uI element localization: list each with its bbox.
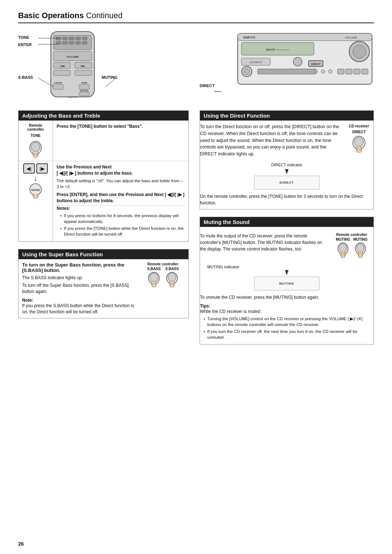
- muting-hand-icon2: [353, 242, 368, 258]
- svg-point-75: [358, 252, 363, 254]
- tips-list: Turning the [VOLUME] control on the CD r…: [200, 316, 373, 340]
- svg-text:|◀◀: |◀◀: [60, 65, 65, 68]
- direct-indicator-label: DIRECT indicator: [271, 163, 302, 167]
- svg-rect-47: [354, 69, 360, 74]
- tip-item-1: Turning the [VOLUME] control on the CD r…: [204, 316, 373, 327]
- svg-text:WHAT ————: WHAT ————: [266, 48, 289, 52]
- direct-body2: On the remote controller, press the [TON…: [200, 193, 373, 206]
- svg-marker-76: [285, 270, 289, 275]
- superbass-body2: To turn off the Super Bass function, pre…: [22, 282, 138, 295]
- superbass-content: To turn on the Super Bass function, pres…: [19, 259, 188, 318]
- direct-annot: DIRECT: [200, 83, 221, 95]
- superbass-section-header: Using the Super Bass Function: [19, 249, 188, 259]
- enter-annot: ENTER: [18, 42, 32, 47]
- svg-rect-8: [62, 41, 68, 44]
- direct-hand-icon: [350, 135, 368, 154]
- svg-point-57: [33, 151, 38, 154]
- svg-rect-11: [82, 41, 87, 44]
- muting-section: Muting the Sound To mute the output of t…: [200, 217, 374, 345]
- direct-arrow: [200, 88, 221, 95]
- muting-icon-left: MUTING: [335, 237, 351, 258]
- superbass-note-title: Note:: [22, 298, 138, 303]
- sbass-icon-label1: S.BASS: [147, 267, 160, 271]
- note-item-2: If you press the [TONE] button while the…: [60, 225, 185, 237]
- svg-point-72: [340, 252, 346, 254]
- svg-rect-45: [338, 69, 344, 74]
- superbass-text: To turn on the Super Bass function, pres…: [22, 262, 138, 315]
- sbass-icon-label2: S.BASS: [165, 267, 179, 271]
- muting-annot: MUTING: [102, 75, 117, 80]
- svg-rect-9: [69, 41, 74, 44]
- superbass-icon-right: S.BASS: [164, 267, 180, 288]
- hand-press-icon-1: [26, 140, 45, 158]
- tone-annot: TONE: [18, 35, 29, 40]
- bass-row-2: ◀| |▶ ↓ ENTER: [19, 161, 188, 241]
- direct-body: To turn the Direct function on or off, p…: [200, 123, 373, 158]
- muting-dual-icons: MUTING: [335, 237, 368, 258]
- svg-rect-48: [362, 69, 368, 74]
- direct-indicator-area: DIRECT indicator DIRECT: [200, 162, 373, 190]
- tips-section: Tips: While the CD receiver is muted: Tu…: [200, 304, 373, 340]
- superbass-note-body: If you press the S.BASS button while the…: [22, 303, 138, 315]
- svg-rect-3: [62, 37, 68, 40]
- step3-bold: Press [ENTER], and then use the Previous…: [57, 192, 185, 204]
- bass-section-title: Adjusting the Bass and Treble: [22, 113, 100, 119]
- muting-body2: To unmute the CD receiver, press the [MU…: [200, 294, 373, 301]
- muting-indicator-area: MUTING indicator MUTING: [200, 265, 373, 290]
- svg-text:DIRECT: DIRECT: [311, 63, 321, 65]
- superbass-section: Using the Super Bass Function To turn on…: [18, 249, 189, 318]
- svg-text:▶▶|: ▶▶|: [81, 65, 85, 68]
- muting-text: To mute the output of the CD receiver, p…: [200, 233, 326, 258]
- prev-btn-icon: ◀|: [23, 163, 35, 174]
- step2-body: The default setting is "±0". You can adj…: [57, 178, 185, 190]
- superbass-body1: The S.BASS indicator lights up.: [22, 275, 138, 281]
- muting-icon-right: MUTING: [353, 237, 368, 258]
- svg-point-38: [353, 45, 366, 58]
- bass-row1-text: Press the [TONE] button to select "Bass"…: [53, 121, 188, 161]
- svg-text:MUTING: MUTING: [80, 90, 89, 92]
- direct-indicator-text: DIRECT: [279, 180, 294, 186]
- svg-rect-5: [75, 37, 81, 40]
- direct-section-title: Using the Direct Function: [204, 113, 270, 119]
- svg-point-68: [356, 146, 362, 149]
- page-header: Basic Operations Continued: [18, 11, 374, 23]
- svg-rect-18: [54, 70, 70, 76]
- muting-hand-icon1: [335, 242, 351, 258]
- sbass-hand-icon1: [146, 272, 162, 288]
- enter-label: ENTER: [18, 42, 32, 47]
- svg-rect-25: [79, 92, 89, 96]
- svg-text:VOLUME: VOLUME: [345, 36, 357, 39]
- superbass-body: To turn on the Super Bass function, pres…: [22, 262, 185, 315]
- top-diagrams: VOLUME |◀◀ ▶▶| S.BASS TONE MUTING O: [18, 30, 374, 102]
- right-column: Using the Direct Function To turn the Di…: [200, 110, 374, 352]
- page-title: Basic Operations Continued: [18, 11, 122, 20]
- muting-icon-area: Remote controller MUTING: [330, 233, 373, 258]
- svg-point-64: [168, 273, 176, 282]
- svg-text:VOLUME: VOLUME: [66, 55, 79, 58]
- hand-enter-icon: ENTER: [26, 183, 45, 199]
- tone-btn-label: TONE: [30, 134, 41, 138]
- svg-rect-2: [56, 37, 61, 40]
- remote-controller-label: Remotecontroller: [27, 123, 44, 131]
- direct-section-header: Using the Direct Function: [200, 111, 373, 121]
- receiver-diagram: ONKYO VOLUME WHAT ———— CD INPUT: [200, 30, 374, 102]
- svg-rect-10: [75, 41, 81, 44]
- direct-indicator-box: DIRECT: [254, 176, 319, 190]
- muting-body-text: To mute the output of the CD receiver, p…: [200, 233, 326, 252]
- left-column: Adjusting the Bass and Treble Remotecont…: [18, 110, 189, 352]
- arrow-down-icon: ↓: [34, 174, 38, 182]
- bass-section: Adjusting the Bass and Treble Remotecont…: [18, 110, 189, 242]
- muting-section-header: Muting the Sound: [200, 217, 373, 227]
- svg-text:ENTER: ENTER: [31, 189, 40, 191]
- svg-point-56: [31, 142, 40, 152]
- svg-rect-6: [82, 37, 87, 40]
- svg-text:ONKYO: ONKYO: [243, 36, 255, 39]
- direct-text: To turn the Direct function on or off, p…: [200, 123, 341, 158]
- direct-icon-area: CD receiver DIRECT: [344, 123, 373, 158]
- muting-icon-label2: MUTING: [353, 237, 367, 241]
- svg-text:S.BASS: S.BASS: [54, 82, 62, 84]
- down-arrow-svg: [285, 169, 289, 174]
- direct-btn-label: DIRECT: [352, 129, 366, 135]
- muting-icon-label1: MUTING: [336, 237, 350, 241]
- page-number-value: 26: [18, 541, 24, 547]
